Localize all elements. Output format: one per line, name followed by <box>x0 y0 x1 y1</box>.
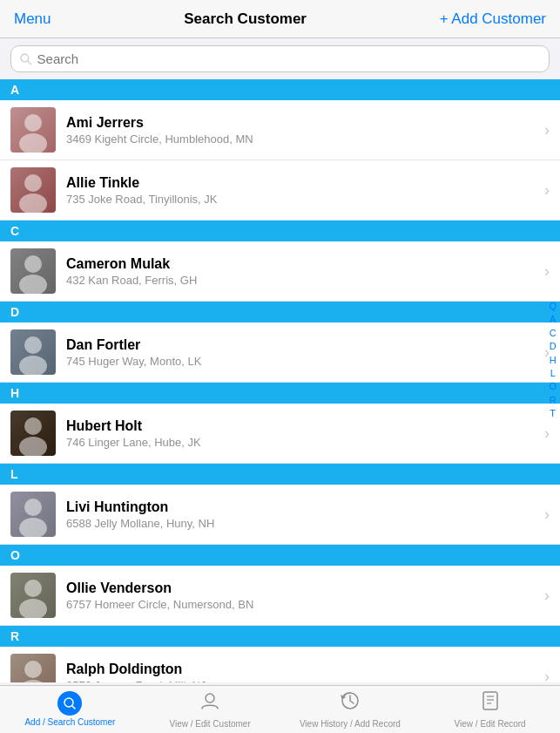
alpha-letter-a[interactable]: A <box>550 313 556 326</box>
avatar <box>10 492 56 537</box>
item-name: Cameron Mulak <box>66 256 537 272</box>
item-name: Ollie Venderson <box>66 580 537 596</box>
item-info: Cameron Mulak 432 Kan Road, Ferris, GH <box>66 256 537 287</box>
item-name: Allie Tinkle <box>66 175 537 191</box>
section-header-a: A <box>0 79 560 100</box>
svg-point-21 <box>24 580 42 597</box>
svg-point-3 <box>24 114 42 132</box>
item-info: Ollie Venderson 6757 Homeer Circle, Nume… <box>66 580 537 611</box>
tab-view-edit-customer-label: View / Edit Customer <box>170 719 251 730</box>
tab-view-edit-record-label: View / Edit Record <box>455 719 526 730</box>
item-address: 6588 Jelly Mollane, Huny, NH <box>66 517 537 530</box>
alpha-letter-l[interactable]: L <box>550 367 556 380</box>
alpha-letter-q[interactable]: Q <box>549 300 557 313</box>
item-address: 746 Linger Lane, Hube, JK <box>66 436 537 449</box>
svg-point-15 <box>24 417 42 435</box>
add-customer-button[interactable]: + Add Customer <box>440 10 546 28</box>
alpha-letter-h[interactable]: H <box>550 354 557 367</box>
avatar <box>10 107 56 153</box>
item-info: Hubert Holt 746 Linger Lane, Hube, JK <box>66 418 537 449</box>
svg-rect-33 <box>483 692 497 709</box>
list-item[interactable]: Hubert Holt 746 Linger Lane, Hube, JK › <box>0 404 560 464</box>
tab-view-history-label: View History / Add Record <box>300 719 401 730</box>
item-address: 745 Huger Way, Monto, LK <box>66 355 537 368</box>
item-name: Dan Fortler <box>66 337 537 353</box>
list-item[interactable]: Ollie Venderson 6757 Homeer Circle, Nume… <box>0 566 560 626</box>
chevron-icon: › <box>544 121 550 139</box>
avatar <box>10 654 56 682</box>
menu-button[interactable]: Menu <box>14 10 51 28</box>
list-item[interactable]: Livi Huntington 6588 Jelly Mollane, Huny… <box>0 485 560 545</box>
view-edit-customer-icon <box>199 689 221 717</box>
page-title: Search Customer <box>184 10 307 28</box>
section-header-o: O <box>0 545 560 566</box>
svg-point-6 <box>24 174 42 192</box>
avatar <box>10 573 56 618</box>
list-item[interactable]: Ami Jerrers 3469 Kigeht Circle, Humbleho… <box>0 100 560 160</box>
avatar <box>10 411 56 456</box>
search-bar <box>0 38 560 79</box>
svg-point-31 <box>206 694 214 702</box>
item-address: 432 Kan Road, Ferris, GH <box>66 274 537 287</box>
customer-list: A Ami Jerrers 3469 Kigeht Circle, Humble… <box>0 79 560 682</box>
add-search-icon <box>57 691 82 716</box>
item-name: Livi Huntington <box>66 499 537 515</box>
list-item[interactable]: Dan Fortler 745 Huger Way, Monto, LK › <box>0 322 560 383</box>
svg-point-12 <box>24 336 42 354</box>
svg-point-9 <box>24 255 42 273</box>
svg-point-24 <box>24 661 42 678</box>
view-history-icon <box>339 689 361 717</box>
section-header-c: C <box>0 221 560 241</box>
svg-line-30 <box>72 706 75 709</box>
chevron-icon: › <box>544 506 550 524</box>
chevron-icon: › <box>544 424 550 443</box>
alpha-letter-r[interactable]: R <box>550 394 557 407</box>
item-name: Hubert Holt <box>66 418 537 434</box>
header: Menu Search Customer + Add Customer <box>0 0 560 38</box>
item-info: Dan Fortler 745 Huger Way, Monto, LK <box>66 337 537 368</box>
chevron-icon: › <box>544 262 550 281</box>
alpha-letter-c[interactable]: C <box>550 327 557 340</box>
tab-add-search-label: Add / Search Customer <box>24 717 115 728</box>
view-edit-record-icon <box>479 689 502 717</box>
item-address: 6757 Homeer Circle, Numersond, BN <box>66 598 537 611</box>
avatar <box>10 329 56 375</box>
avatar <box>10 248 56 294</box>
svg-point-18 <box>24 499 42 516</box>
item-info: Ami Jerrers 3469 Kigeht Circle, Humbleho… <box>66 115 537 146</box>
list-item[interactable]: Ralph Doldington 2573 Jumper Road, Mill,… <box>0 647 560 682</box>
alpha-letter-t[interactable]: T <box>550 407 556 420</box>
item-address: 2573 Jumper Road, Mill, NJ <box>66 679 537 683</box>
chevron-icon: › <box>544 181 550 200</box>
alpha-index[interactable]: QACDHLORT <box>549 296 557 424</box>
chevron-icon: › <box>544 668 550 683</box>
item-info: Allie Tinkle 735 Joke Road, Tinyillonis,… <box>66 175 537 206</box>
tab-view-edit-record[interactable]: View / Edit Record <box>420 686 560 733</box>
item-info: Ralph Doldington 2573 Jumper Road, Mill,… <box>66 662 537 683</box>
section-header-h: H <box>0 383 560 404</box>
chevron-icon: › <box>544 587 550 605</box>
svg-line-1 <box>28 60 31 64</box>
item-address: 735 Joke Road, Tinyillonis, JK <box>66 193 537 206</box>
section-header-l: L <box>0 464 560 485</box>
item-name: Ralph Doldington <box>66 662 537 677</box>
tab-view-history[interactable]: View History / Add Record <box>280 686 421 733</box>
avatar <box>10 167 56 213</box>
alpha-letter-d[interactable]: D <box>550 340 557 353</box>
list-item[interactable]: Cameron Mulak 432 Kan Road, Ferris, GH › <box>0 241 560 302</box>
item-info: Livi Huntington 6588 Jelly Mollane, Huny… <box>66 499 537 530</box>
search-icon <box>20 53 32 65</box>
item-name: Ami Jerrers <box>66 115 537 131</box>
alpha-letter-o[interactable]: O <box>549 380 557 393</box>
search-input[interactable] <box>37 51 540 66</box>
section-header-d: D <box>0 302 560 322</box>
list-item[interactable]: Allie Tinkle 735 Joke Road, Tinyillonis,… <box>0 160 560 221</box>
section-header-r: R <box>0 626 560 647</box>
search-input-wrap[interactable] <box>10 45 550 72</box>
item-address: 3469 Kigeht Circle, Humblehood, MN <box>66 132 537 146</box>
tab-view-edit-customer[interactable]: View / Edit Customer <box>140 686 280 733</box>
tab-add-search-customer[interactable]: Add / Search Customer <box>0 688 140 731</box>
tab-bar: Add / Search Customer View / Edit Custom… <box>0 685 560 733</box>
